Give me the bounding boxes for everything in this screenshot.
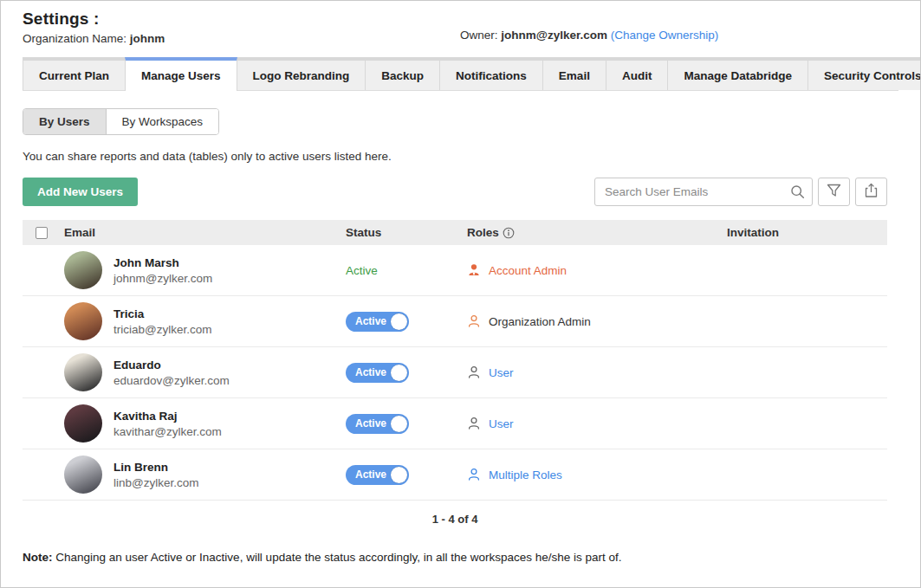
- status-toggle[interactable]: Active: [346, 414, 409, 434]
- table-row: Eduardo eduardov@zylker.com Active User: [23, 347, 887, 398]
- toggle-label: Active: [346, 315, 386, 327]
- tab-label: Audit: [622, 69, 652, 82]
- user-name: John Marsh: [114, 256, 212, 269]
- tab-logo-rebranding[interactable]: Logo Rebranding: [237, 57, 366, 90]
- tab-label: Security Controls: [824, 69, 921, 82]
- avatar: [64, 456, 102, 494]
- tab-manage-users[interactable]: Manage Users: [125, 57, 237, 91]
- status-cell: Active: [346, 264, 467, 277]
- toggle-label: Active: [346, 366, 386, 378]
- filter-button[interactable]: [818, 178, 850, 206]
- table-row: Kavitha Raj kavithar@zylker.com Active U…: [23, 398, 887, 449]
- avatar: [64, 302, 102, 340]
- status-text: Active: [346, 264, 378, 277]
- toolbar: Add New Users: [23, 178, 887, 206]
- tab-label: Current Plan: [39, 69, 109, 82]
- table-header: Email Status Roles Invitation: [23, 220, 887, 245]
- roles-info-icon[interactable]: [503, 227, 515, 239]
- pagination-status: 1 - 4 of 4: [23, 513, 887, 526]
- table-row: Lin Brenn linb@zylker.com Active Multipl…: [23, 449, 887, 501]
- tab-email[interactable]: Email: [542, 57, 606, 90]
- tab-notifications[interactable]: Notifications: [439, 57, 542, 90]
- user-name: Tricia: [114, 307, 211, 320]
- table-row: John Marsh johnm@zylker.com Active Accou…: [23, 245, 887, 296]
- export-button[interactable]: [855, 178, 887, 206]
- role-label[interactable]: Multiple Roles: [489, 468, 562, 481]
- search-icon[interactable]: [790, 184, 805, 203]
- tab-backup[interactable]: Backup: [365, 57, 439, 90]
- view-switch: By UsersBy Workspaces: [23, 108, 219, 135]
- search-input[interactable]: [594, 178, 813, 206]
- status-toggle[interactable]: Active: [346, 312, 409, 332]
- tab-label: Manage Users: [141, 69, 221, 82]
- tab-label: Logo Rebranding: [253, 69, 350, 82]
- tab-label: Backup: [381, 69, 424, 82]
- table-row: Tricia triciab@zylker.com Active Organiz…: [23, 296, 887, 347]
- toggle-knob: [391, 467, 407, 483]
- role-label[interactable]: User: [489, 417, 514, 430]
- add-new-users-button[interactable]: Add New Users: [23, 178, 138, 206]
- header-invitation: Invitation: [727, 226, 887, 239]
- note-text: Changing an user Active or Inactive, wil…: [53, 551, 622, 564]
- header-roles: Roles: [467, 226, 499, 239]
- user-email: kavithar@zylker.com: [114, 425, 222, 438]
- avatar: [64, 353, 102, 391]
- avatar: [64, 404, 102, 443]
- settings-page: Settings : Organization Name: johnm Owne…: [0, 0, 921, 588]
- user-email: eduardov@zylker.com: [114, 374, 230, 387]
- users-table: Email Status Roles Invitation John Marsh…: [23, 220, 887, 501]
- status-cell: Active: [346, 363, 467, 383]
- subtab-by-users[interactable]: By Users: [23, 109, 106, 134]
- status-toggle[interactable]: Active: [346, 465, 409, 485]
- role-label[interactable]: User: [489, 366, 514, 379]
- status-toggle[interactable]: Active: [346, 363, 409, 383]
- page-header: Settings : Organization Name: johnm Owne…: [1, 1, 920, 45]
- toolbar-right: [594, 178, 887, 206]
- avatar: [64, 251, 102, 289]
- toggle-knob: [391, 365, 407, 381]
- organization-name-value: johnm: [130, 32, 165, 45]
- owner-label: Owner:: [460, 29, 501, 42]
- toggle-label: Active: [346, 417, 386, 430]
- owner-email: johnm@zylker.com: [501, 29, 607, 42]
- subtab-by-workspaces[interactable]: By Workspaces: [106, 109, 219, 134]
- tab-label: Email: [559, 69, 590, 82]
- user-email: linb@zylker.com: [114, 476, 198, 489]
- owner-line: Owner: johnm@zylker.com (Change Ownershi…: [460, 29, 718, 42]
- toggle-label: Active: [346, 468, 386, 481]
- tab-manage-databridge[interactable]: Manage Databridge: [667, 57, 807, 90]
- role-person-icon: [467, 468, 481, 481]
- subtab-label: By Users: [39, 115, 90, 128]
- note-label: Note:: [23, 551, 53, 564]
- manage-users-panel: By UsersBy Workspaces You can share repo…: [1, 91, 920, 564]
- user-name: Kavitha Raj: [114, 410, 222, 423]
- tab-security-controls[interactable]: Security Controls: [807, 57, 921, 90]
- select-all-checkbox[interactable]: [36, 227, 48, 239]
- user-email: triciab@zylker.com: [114, 323, 211, 336]
- footer-note: Note: Changing an user Active or Inactiv…: [23, 551, 887, 564]
- tab-audit[interactable]: Audit: [606, 57, 668, 90]
- header-status: Status: [346, 226, 467, 239]
- toggle-knob: [391, 313, 407, 330]
- search-box: [594, 178, 813, 206]
- organization-name-label: Organization Name:: [23, 32, 130, 45]
- panel-description: You can share reports and data (tables) …: [23, 150, 887, 163]
- role-label[interactable]: Account Admin: [489, 264, 567, 277]
- status-cell: Active: [346, 414, 467, 434]
- role-person-icon: [467, 417, 481, 430]
- export-icon: [864, 183, 879, 202]
- subtab-label: By Workspaces: [122, 115, 204, 128]
- change-ownership-link[interactable]: (Change Ownership): [611, 29, 719, 42]
- header-email: Email: [64, 226, 346, 239]
- page-title: Settings :: [23, 10, 898, 29]
- filter-icon: [827, 184, 841, 201]
- tab-label: Manage Databridge: [684, 69, 792, 82]
- tab-label: Notifications: [456, 69, 527, 82]
- status-cell: Active: [346, 465, 467, 485]
- tab-bar: Current PlanManage UsersLogo RebrandingB…: [23, 57, 898, 91]
- role-person-icon: [467, 365, 481, 379]
- role-person-icon: [467, 314, 481, 328]
- tab-current-plan[interactable]: Current Plan: [23, 57, 125, 90]
- role-person-icon: [467, 263, 481, 277]
- table-body: John Marsh johnm@zylker.com Active Accou…: [23, 245, 887, 501]
